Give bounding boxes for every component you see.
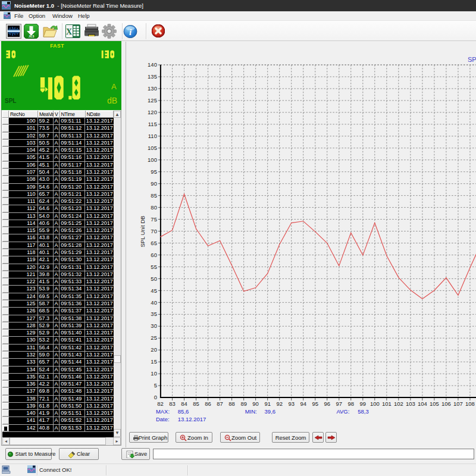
svg-text:130: 130 [148,85,157,92]
svg-text:110: 110 [148,133,157,139]
svg-text:86: 86 [205,400,211,407]
svg-text:FAST: FAST [50,43,64,49]
svg-text:83: 83 [169,400,176,407]
svg-text:100: 100 [148,156,157,163]
svg-text:100: 100 [370,400,380,407]
svg-text:.XLS: .XLS [28,35,34,38]
svg-text:82: 82 [157,400,164,407]
svg-text:75: 75 [151,216,157,223]
svg-text:X: X [66,27,72,36]
svg-text:90: 90 [151,180,157,187]
svg-text:103: 103 [406,400,415,407]
svg-text:102: 102 [394,400,403,407]
svg-text:99: 99 [360,400,367,407]
svg-text:5: 5 [154,382,157,389]
svg-text:98: 98 [347,400,354,407]
svg-text:125: 125 [148,97,157,104]
svg-text:SPL: SPL [5,98,16,104]
svg-text:SPL: SPL [468,56,476,63]
svg-text:10: 10 [151,370,157,377]
svg-text:104: 104 [418,400,427,407]
svg-text:115: 115 [148,121,157,127]
svg-text:88: 88 [228,400,235,407]
svg-text:87: 87 [217,400,223,407]
svg-text:30: 30 [151,322,157,329]
svg-text:25: 25 [151,334,157,341]
svg-text:70: 70 [151,228,157,234]
svg-text:101: 101 [382,400,392,407]
svg-text:92: 92 [276,400,283,407]
svg-text:39,6: 39,6 [265,408,275,415]
svg-text:13.12.2017: 13.12.2017 [178,416,206,422]
svg-text:SPL Unit DB: SPL Unit DB [139,216,146,248]
svg-text:120: 120 [148,109,157,115]
svg-text:MAX:: MAX: [156,408,170,415]
svg-text:AVG:: AVG: [336,408,349,415]
svg-text:15: 15 [151,358,157,365]
svg-text:60: 60 [151,252,157,258]
svg-text:89: 89 [240,400,247,407]
svg-text:85,6: 85,6 [178,408,189,415]
svg-text:94: 94 [300,400,306,407]
svg-text:85: 85 [193,400,199,407]
svg-text:80: 80 [151,204,157,211]
svg-text:95: 95 [151,168,157,175]
svg-text:0: 0 [154,394,157,400]
svg-text:95: 95 [312,400,318,407]
svg-text:93: 93 [288,400,295,407]
svg-text:65: 65 [151,240,157,246]
svg-text:96: 96 [324,400,330,407]
svg-text:50: 50 [151,275,157,282]
svg-text:A: A [111,82,117,91]
svg-text:107: 107 [453,400,463,407]
svg-text:140: 140 [148,61,157,68]
svg-text:106: 106 [441,400,451,407]
svg-text:105: 105 [148,145,157,151]
svg-text:20: 20 [151,346,157,353]
svg-text:91: 91 [264,400,271,407]
svg-text:45: 45 [151,287,157,294]
svg-text:90: 90 [252,400,259,407]
svg-text:40: 40 [151,299,157,306]
svg-text:135: 135 [148,73,157,80]
svg-text:58,3: 58,3 [358,408,368,415]
svg-text:108: 108 [465,400,475,407]
svg-text:Date:: Date: [156,416,170,422]
svg-text:dB: dB [107,96,117,105]
svg-text:105: 105 [430,400,439,407]
svg-text:55: 55 [151,264,157,270]
svg-text:97: 97 [336,400,343,407]
svg-text:MIN:: MIN: [245,408,257,415]
svg-text:84: 84 [181,400,187,407]
svg-text:35: 35 [151,311,157,317]
svg-text:85: 85 [151,192,157,199]
